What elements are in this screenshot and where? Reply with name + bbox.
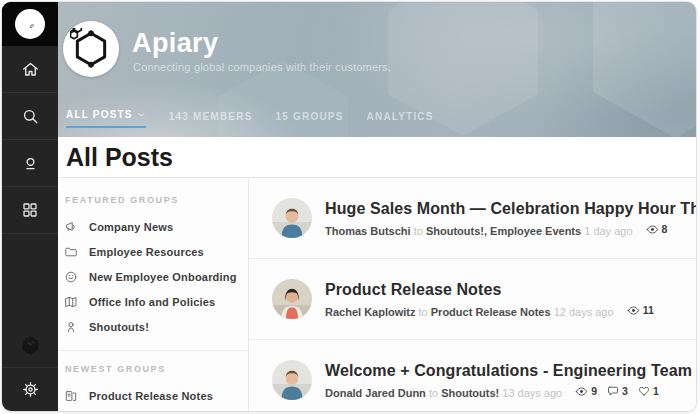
eye-icon	[575, 385, 588, 398]
posts-feed: Huge Sales Month — Celebration Happy Hou…	[249, 178, 696, 411]
community-subtitle: Connecting global companies with their c…	[133, 61, 391, 73]
sidebar	[2, 2, 58, 411]
post-row[interactable]: Welcome + Congratulations - Engineering …	[249, 340, 696, 411]
post-byline: Donald Jared Dunn to Shoutouts! 13 days …	[325, 385, 696, 399]
tab-all-posts[interactable]: ALL POSTS	[66, 109, 146, 128]
post-byline: Rachel Kaplowitz to Product Release Note…	[325, 304, 654, 318]
eye-icon	[627, 304, 640, 317]
honey-hexagon-icon	[19, 334, 42, 357]
apps-grid-icon	[21, 201, 39, 219]
chevron-down-icon	[137, 110, 146, 119]
group-item-product-release-notes[interactable]: Product Release Notes	[64, 383, 248, 408]
views-count: 9	[575, 385, 597, 398]
post-byline: Thomas Butschi to Shoutouts!, Employee E…	[325, 223, 696, 237]
post-row[interactable]: Product Release Notes Rachel Kaplowitz t…	[249, 259, 696, 340]
honeycomb-logo-icon	[15, 9, 45, 39]
post-time: 12 days ago	[554, 306, 614, 318]
page-title-band: All Posts	[58, 137, 696, 178]
home-icon	[21, 60, 40, 79]
post-row[interactable]: Huge Sales Month — Celebration Happy Hou…	[249, 178, 696, 259]
tab-members[interactable]: 143 MEMBERS	[169, 111, 253, 128]
post-author[interactable]: Donald Jared Dunn	[325, 387, 426, 399]
main-content: All Posts FEATURED GROUPS Company News E…	[58, 137, 696, 411]
smiley-icon	[64, 270, 78, 284]
post-groups[interactable]: Shoutouts!, Employee Events	[426, 225, 581, 237]
sidebar-item-apps[interactable]	[2, 187, 58, 234]
post-author[interactable]: Rachel Kaplowitz	[325, 306, 415, 318]
sidebar-item-profile[interactable]	[2, 140, 58, 187]
tab-groups[interactable]: 15 GROUPS	[276, 111, 344, 128]
avatar	[272, 279, 312, 319]
views-count: 8	[646, 223, 668, 236]
community-nav: ALL POSTS 143 MEMBERS 15 GROUPS ANALYTIC…	[66, 109, 434, 128]
person-badge-icon	[64, 320, 78, 334]
group-item-new-employee-onboarding[interactable]: New Employee Onboarding	[64, 264, 248, 289]
community-avatar	[63, 21, 119, 77]
groups-panel: FEATURED GROUPS Company News Employee Re…	[58, 178, 249, 411]
folder-icon	[64, 245, 78, 259]
honey-hexagon-badge	[2, 323, 58, 368]
post-author[interactable]: Thomas Butschi	[325, 225, 411, 237]
page-title: All Posts	[66, 143, 173, 172]
sidebar-item-settings[interactable]	[2, 368, 58, 411]
community-title: Apiary	[132, 28, 218, 59]
avatar	[272, 360, 312, 400]
sidebar-logo-button[interactable]	[2, 2, 58, 46]
sidebar-item-search[interactable]	[2, 93, 58, 140]
comments-count: 3	[607, 385, 628, 398]
notes-icon	[64, 389, 78, 403]
avatar	[272, 198, 312, 238]
profile-icon	[21, 154, 40, 173]
post-groups[interactable]: Product Release Notes	[431, 306, 551, 318]
eye-icon	[646, 223, 659, 236]
map-icon	[64, 295, 78, 309]
post-groups[interactable]: Shoutouts!	[441, 387, 499, 399]
newest-groups-heading: NEWEST GROUPS	[65, 364, 248, 374]
post-title[interactable]: Product Release Notes	[325, 281, 654, 299]
sidebar-bottom	[2, 323, 58, 411]
likes-count: 1	[638, 385, 659, 398]
comment-icon	[607, 385, 619, 397]
views-count: 11	[627, 304, 654, 317]
hexagon-decoration	[593, 2, 696, 137]
group-item-employee-resources[interactable]: Employee Resources	[64, 239, 248, 264]
group-item-company-news[interactable]: Company News	[64, 214, 248, 239]
tab-analytics[interactable]: ANALYTICS	[367, 111, 434, 128]
post-time: 13 days ago	[502, 387, 562, 399]
group-item-office-info-and-policies[interactable]: Office Info and Policies	[64, 289, 248, 314]
megaphone-icon	[64, 220, 78, 234]
post-time: 1 day ago	[584, 225, 632, 237]
sidebar-item-home[interactable]	[2, 46, 58, 93]
community-header: Apiary Connecting global companies with …	[58, 2, 696, 137]
heart-icon	[638, 385, 650, 397]
post-title[interactable]: Huge Sales Month — Celebration Happy Hou…	[325, 200, 696, 218]
honeycomb-logo-icon	[70, 28, 112, 70]
groups-divider	[58, 350, 248, 351]
group-item-shoutouts[interactable]: Shoutouts!	[64, 314, 248, 339]
post-title[interactable]: Welcome + Congratulations - Engineering …	[325, 362, 696, 380]
app-window: Apiary Connecting global companies with …	[2, 2, 696, 411]
featured-groups-heading: FEATURED GROUPS	[65, 195, 248, 205]
settings-gear-icon	[21, 380, 40, 399]
search-icon	[21, 107, 40, 126]
